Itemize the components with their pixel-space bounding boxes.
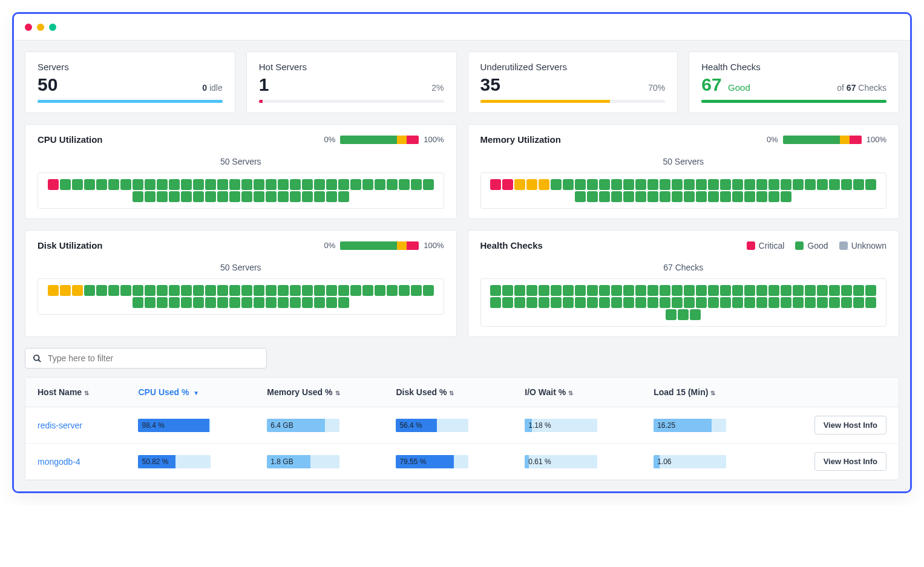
heatmap-cell[interactable] <box>502 285 513 296</box>
heatmap-cell[interactable] <box>781 297 791 308</box>
heatmap-cell[interactable] <box>502 179 513 190</box>
heatmap-cell[interactable] <box>865 285 876 296</box>
heatmap-cell[interactable] <box>326 285 337 296</box>
heatmap-cell[interactable] <box>732 285 743 296</box>
heatmap-cell[interactable] <box>623 297 634 308</box>
heatmap-cell[interactable] <box>756 179 767 190</box>
heatmap-cell[interactable] <box>290 191 301 202</box>
col-mem[interactable]: Memory Used %⇅ <box>255 378 384 407</box>
heatmap-cell[interactable] <box>768 297 779 308</box>
heatmap-cell[interactable] <box>708 297 719 308</box>
heatmap-cell[interactable] <box>254 285 264 296</box>
heatmap-cell[interactable] <box>145 179 156 190</box>
view-host-button[interactable]: View Host Info <box>814 416 886 434</box>
col-cpu[interactable]: CPU Used % ▼ <box>126 378 255 407</box>
col-disk[interactable]: Disk Used %⇅ <box>384 378 513 407</box>
heatmap-cell[interactable] <box>672 285 683 296</box>
heatmap-cell[interactable] <box>841 179 852 190</box>
col-host[interactable]: Host Name⇅ <box>25 378 126 407</box>
heatmap-cell[interactable] <box>399 285 410 296</box>
heatmap-cell[interactable] <box>387 285 398 296</box>
heatmap-cell[interactable] <box>575 191 586 202</box>
heatmap-cell[interactable] <box>217 179 228 190</box>
heatmap-cell[interactable] <box>865 179 876 190</box>
heatmap-cell[interactable] <box>781 285 791 296</box>
heatmap-cell[interactable] <box>660 191 670 202</box>
heatmap-cell[interactable] <box>853 179 864 190</box>
heatmap-cell[interactable] <box>72 179 83 190</box>
heatmap-cell[interactable] <box>768 179 779 190</box>
heatmap-cell[interactable] <box>502 297 513 308</box>
view-host-button[interactable]: View Host Info <box>814 452 886 471</box>
heatmap-cell[interactable] <box>696 179 707 190</box>
heatmap-cell[interactable] <box>157 285 168 296</box>
heatmap-cell[interactable] <box>660 285 670 296</box>
heatmap-cell[interactable] <box>526 179 537 190</box>
heatmap-cell[interactable] <box>266 191 277 202</box>
heatmap-cell[interactable] <box>732 191 743 202</box>
heatmap-cell[interactable] <box>781 191 791 202</box>
heatmap-cell[interactable] <box>599 297 610 308</box>
heatmap-cell[interactable] <box>120 179 131 190</box>
heatmap-cell[interactable] <box>490 179 501 190</box>
heatmap-cell[interactable] <box>732 179 743 190</box>
heatmap-cell[interactable] <box>660 179 670 190</box>
heatmap-cell[interactable] <box>326 297 337 308</box>
heatmap-cell[interactable] <box>181 285 192 296</box>
heatmap-cell[interactable] <box>266 179 277 190</box>
heatmap-cell[interactable] <box>611 191 622 202</box>
heatmap-cell[interactable] <box>217 285 228 296</box>
heatmap-cell[interactable] <box>575 285 586 296</box>
heatmap-cell[interactable] <box>84 285 95 296</box>
heatmap-cell[interactable] <box>266 285 277 296</box>
heatmap-cell[interactable] <box>193 285 204 296</box>
heatmap-cell[interactable] <box>169 179 180 190</box>
heatmap-cell[interactable] <box>193 191 204 202</box>
heatmap-cell[interactable] <box>793 285 804 296</box>
heatmap-cell[interactable] <box>768 191 779 202</box>
minimize-icon[interactable] <box>37 24 44 31</box>
heatmap-cell[interactable] <box>696 297 707 308</box>
heatmap-cell[interactable] <box>205 191 216 202</box>
heatmap-cell[interactable] <box>678 309 689 320</box>
heatmap-cell[interactable] <box>635 179 646 190</box>
heatmap-cell[interactable] <box>314 297 325 308</box>
heatmap-cell[interactable] <box>756 297 767 308</box>
heatmap-cell[interactable] <box>254 297 264 308</box>
heatmap-cell[interactable] <box>744 285 755 296</box>
heatmap-cell[interactable] <box>647 179 658 190</box>
heatmap-cell[interactable] <box>217 297 228 308</box>
heatmap-cell[interactable] <box>157 297 168 308</box>
maximize-icon[interactable] <box>49 24 56 31</box>
heatmap-cell[interactable] <box>423 179 434 190</box>
heatmap-cell[interactable] <box>314 179 325 190</box>
heatmap-cell[interactable] <box>666 309 677 320</box>
heatmap-cell[interactable] <box>399 179 410 190</box>
heatmap-cell[interactable] <box>744 297 755 308</box>
heatmap-cell[interactable] <box>241 179 252 190</box>
heatmap-cell[interactable] <box>841 297 852 308</box>
heatmap-cell[interactable] <box>60 179 71 190</box>
heatmap-cell[interactable] <box>865 297 876 308</box>
heatmap-cell[interactable] <box>411 285 422 296</box>
heatmap-cell[interactable] <box>526 297 537 308</box>
heatmap-cell[interactable] <box>526 285 537 296</box>
heatmap-cell[interactable] <box>241 297 252 308</box>
heatmap-cell[interactable] <box>647 191 658 202</box>
heatmap-cell[interactable] <box>133 179 143 190</box>
heatmap-cell[interactable] <box>278 297 289 308</box>
col-io[interactable]: I/O Wait %⇅ <box>513 378 641 407</box>
heatmap-cell[interactable] <box>411 179 422 190</box>
heatmap-cell[interactable] <box>229 297 240 308</box>
filter-input[interactable] <box>48 353 259 363</box>
heatmap-cell[interactable] <box>490 297 501 308</box>
heatmap-cell[interactable] <box>829 179 840 190</box>
heatmap-cell[interactable] <box>793 297 804 308</box>
heatmap-cell[interactable] <box>229 179 240 190</box>
heatmap-cell[interactable] <box>696 285 707 296</box>
heatmap-cell[interactable] <box>684 179 695 190</box>
card-hot-servers[interactable]: Hot Servers 1 2% <box>246 51 457 113</box>
heatmap-cell[interactable] <box>684 297 695 308</box>
heatmap-cell[interactable] <box>254 179 264 190</box>
heatmap-cell[interactable] <box>611 179 622 190</box>
